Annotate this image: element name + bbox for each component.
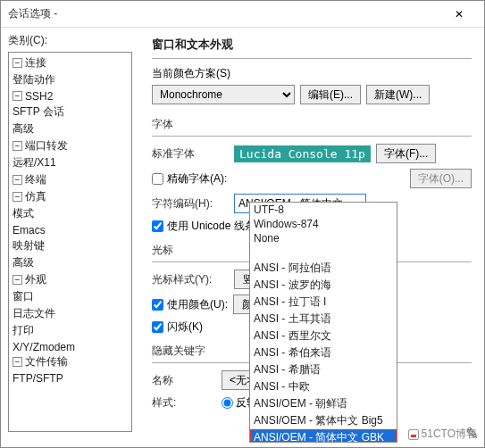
dropdown-option[interactable]: ANSI - 中欧 xyxy=(250,378,397,395)
tree-label: 高级 xyxy=(13,256,34,269)
tree-toggle-icon[interactable]: − xyxy=(13,357,22,367)
tree-item[interactable]: FTP/SFTP xyxy=(13,370,128,386)
window-title: 会话选项 - xyxy=(8,6,441,21)
tree-label: 远程/X11 xyxy=(13,156,56,169)
tree-label: 打印 xyxy=(13,324,34,336)
tree-item[interactable]: −外观 xyxy=(13,271,128,288)
dropdown-option[interactable]: ANSI - 波罗的海 xyxy=(250,277,397,294)
dropdown-option[interactable]: ANSI - 西里尔文 xyxy=(250,328,397,344)
tree-item[interactable]: −连接 xyxy=(13,54,128,71)
tree-item[interactable]: 高级 xyxy=(13,254,128,271)
tree-label: SFTP 会话 xyxy=(13,105,64,118)
font-button-2[interactable]: 字体(O)... xyxy=(410,169,472,188)
divider xyxy=(152,58,472,59)
tree-label: Emacs xyxy=(13,224,46,236)
divider xyxy=(152,136,472,137)
tree-item[interactable]: −端口转发 xyxy=(13,137,128,154)
std-font-label: 标准字体 xyxy=(152,146,229,162)
tree-item[interactable]: 远程/X11 xyxy=(13,154,128,171)
tree-item[interactable]: 打印 xyxy=(13,322,128,339)
tree-toggle-icon[interactable]: − xyxy=(13,275,22,285)
tree-toggle-icon[interactable]: − xyxy=(13,175,22,185)
font-section-label: 字体 xyxy=(152,117,472,132)
dropdown-option[interactable]: Windows-874 xyxy=(250,217,397,231)
font-button[interactable]: 字体(F)... xyxy=(376,144,436,163)
scheme-label: 当前颜色方案(S) xyxy=(152,66,472,81)
close-button[interactable]: ✕ xyxy=(441,1,477,28)
category-label: 类别(C): xyxy=(8,33,132,48)
tree-item[interactable]: 登陆动作 xyxy=(13,71,128,88)
close-icon: ✕ xyxy=(455,8,464,21)
dropdown-option[interactable]: ANSI/OEM - 朝鲜语 xyxy=(250,395,397,412)
tree-label: 高级 xyxy=(13,122,34,135)
dropdown-option[interactable]: ANSI - 拉丁语 I xyxy=(250,294,397,311)
tree-item[interactable]: −仿真 xyxy=(13,188,128,205)
tree-label: 外观 xyxy=(25,273,46,286)
tree-item[interactable]: X/Y/Zmodem xyxy=(13,339,128,354)
tree-toggle-icon[interactable]: − xyxy=(13,91,22,101)
tree-label: 日志文件 xyxy=(13,307,55,319)
tree-label: 窗口 xyxy=(13,290,34,303)
dropdown-option[interactable]: ANSI - 土耳其语 xyxy=(250,311,397,328)
dropdown-option[interactable]: ANSI - 希腊语 xyxy=(250,361,397,378)
name-label: 名称 xyxy=(152,373,216,388)
sidebar: 类别(C): −连接登陆动作−SSH2SFTP 会话高级−端口转发远程/X11−… xyxy=(1,28,139,447)
blink-checkbox[interactable]: 闪烁(K) xyxy=(152,319,203,335)
precise-font-checkbox[interactable]: 精确字体(A): xyxy=(152,171,227,187)
scheme-combo[interactable]: Monochrome xyxy=(152,85,295,104)
tree-toggle-icon[interactable]: − xyxy=(13,58,22,68)
tree-item[interactable]: 映射键 xyxy=(13,237,128,254)
new-button[interactable]: 新建(W)... xyxy=(366,85,430,104)
tree-label: 模式 xyxy=(13,207,34,220)
tree-item[interactable]: 模式 xyxy=(13,205,128,222)
tree-label: 文件传输 xyxy=(25,355,68,368)
edit-button[interactable]: 编辑(E)... xyxy=(300,85,361,104)
brush-icon: ✎ xyxy=(465,424,479,444)
unicode-lines-checkbox[interactable]: 使用 Unicode 线条 xyxy=(152,219,255,234)
tree-label: FTP/SFTP xyxy=(13,372,63,385)
tree-item[interactable]: 日志文件 xyxy=(13,305,128,322)
tree-item[interactable]: −终端 xyxy=(13,171,128,188)
titlebar: 会话选项 - ✕ xyxy=(1,1,484,28)
dialog-body: 类别(C): −连接登陆动作−SSH2SFTP 会话高级−端口转发远程/X11−… xyxy=(1,28,484,447)
category-tree[interactable]: −连接登陆动作−SSH2SFTP 会话高级−端口转发远程/X11−终端−仿真模式… xyxy=(8,52,132,432)
dropdown-option[interactable]: UTF-8 xyxy=(250,203,397,217)
dropdown-option[interactable]: ANSI/OEM - 繁体中文 Big5 xyxy=(250,412,397,429)
tree-toggle-icon[interactable]: − xyxy=(13,141,22,151)
dropdown-option[interactable]: ANSI - 阿拉伯语 xyxy=(250,260,397,277)
dropdown-option[interactable]: ANSI/OEM - 简体中文 GBK xyxy=(250,429,397,443)
tree-item[interactable]: SFTP 会话 xyxy=(13,104,128,120)
tree-item[interactable]: Emacs xyxy=(13,222,128,237)
tree-label: 映射键 xyxy=(13,239,45,252)
tree-toggle-icon[interactable]: − xyxy=(13,192,22,202)
style-label: 样式: xyxy=(152,395,216,411)
tree-item[interactable]: 高级 xyxy=(13,120,128,137)
tree-item[interactable]: 窗口 xyxy=(13,288,128,305)
tree-item[interactable]: −SSH2 xyxy=(13,88,128,104)
dropdown-option[interactable]: None xyxy=(250,231,397,245)
dropdown-option[interactable] xyxy=(250,245,397,260)
std-font-preview: Lucida Console 11p xyxy=(234,145,371,162)
tree-label: 连接 xyxy=(25,56,46,69)
cursor-style-label: 光标样式(Y): xyxy=(152,272,229,287)
encoding-dropdown[interactable]: UTF-8Windows-874None ANSI - 阿拉伯语ANSI - 波… xyxy=(249,202,397,443)
tree-label: 登陆动作 xyxy=(13,73,55,86)
tree-item[interactable]: −文件传输 xyxy=(13,353,128,370)
use-color-checkbox[interactable]: 使用颜色(U): xyxy=(152,297,228,312)
tree-label: 端口转发 xyxy=(25,139,68,152)
encoding-label: 字符编码(H): xyxy=(152,196,229,212)
tree-label: X/Y/Zmodem xyxy=(13,340,75,353)
tree-label: 终端 xyxy=(25,173,46,186)
tree-label: 仿真 xyxy=(25,190,46,203)
tree-label: SSH2 xyxy=(25,90,53,103)
dropdown-option[interactable]: ANSI - 希伯来语 xyxy=(250,344,397,361)
panel-heading: 窗口和文本外观 xyxy=(152,37,472,53)
